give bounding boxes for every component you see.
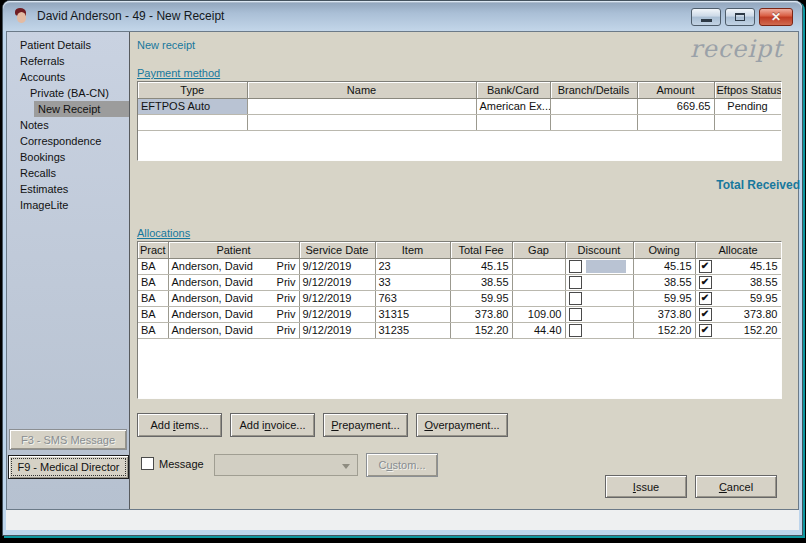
sidebar-item-estimates[interactable]: Estimates	[7, 181, 129, 197]
sidebar-item-patient-details[interactable]: Patient Details	[7, 37, 129, 53]
message-label: Message	[159, 458, 204, 470]
cell-branch-details[interactable]	[550, 98, 637, 114]
add-invoice-button[interactable]: Add invoice...	[230, 413, 315, 437]
allocate-checkbox[interactable]: ✔	[699, 324, 712, 337]
allocations-header-row: Pract Patient Service Date Item Total Fe…	[138, 242, 781, 258]
col-discount: Discount	[565, 242, 633, 258]
close-button[interactable]: ✕	[759, 8, 793, 26]
cell-allocate: ✔373.80	[695, 306, 781, 322]
cell-service-date: 9/12/2019	[299, 306, 375, 322]
discount-checkbox[interactable]	[569, 308, 582, 321]
cell-service-date: 9/12/2019	[299, 322, 375, 338]
cell-pract: BA	[138, 274, 168, 290]
col-eftpos-status: Eftpos Status	[714, 82, 781, 98]
cell-patient: Anderson, DavidPriv	[168, 290, 299, 306]
cell-total-fee: 45.15	[450, 258, 512, 274]
cell-eftpos-status[interactable]: Pending	[714, 98, 781, 114]
discount-amount-field[interactable]	[586, 260, 626, 273]
col-allocate: Allocate	[695, 242, 781, 258]
issue-button[interactable]: Issue	[605, 475, 687, 498]
sidebar-item-correspondence[interactable]: Correspondence	[7, 133, 129, 149]
col-name: Name	[247, 82, 476, 98]
custom-message-button: Custom...	[366, 453, 438, 477]
cell-gap: 44.40	[512, 322, 565, 338]
cell-discount	[565, 258, 633, 274]
cell-item: 31235	[375, 322, 450, 338]
col-pract: Pract	[138, 242, 168, 258]
cell-gap	[512, 258, 565, 274]
discount-checkbox[interactable]	[569, 324, 582, 337]
cell-bank-card[interactable]: American Ex...	[476, 98, 550, 114]
maximize-button[interactable]	[725, 8, 755, 26]
minimize-button[interactable]	[691, 8, 721, 26]
main-panel: New receipt receipt Payment method Type …	[131, 32, 798, 509]
allocation-row[interactable]: BA Anderson, DavidPriv 9/12/2019 31315 3…	[138, 306, 781, 322]
col-total-fee: Total Fee	[450, 242, 512, 258]
cell-discount	[565, 306, 633, 322]
payment-method-label: Payment method	[137, 67, 220, 79]
cell-type[interactable]: EFTPOS Auto	[138, 98, 247, 114]
cell-allocate: ✔152.20	[695, 322, 781, 338]
cell-item: 31315	[375, 306, 450, 322]
sidebar-item-recalls[interactable]: Recalls	[7, 165, 129, 181]
add-items-button[interactable]: Add items...	[137, 413, 222, 437]
allocate-checkbox[interactable]: ✔	[699, 276, 712, 289]
payment-empty-row[interactable]	[138, 114, 781, 130]
medical-director-button[interactable]: F9 - Medical Director	[8, 455, 129, 479]
allocate-checkbox[interactable]: ✔	[699, 292, 712, 305]
col-item: Item	[375, 242, 450, 258]
sidebar-item-notes[interactable]: Notes	[7, 117, 129, 133]
receipt-window: David Anderson - 49 - New Receipt ✕ Pati…	[2, 0, 803, 536]
sidebar-item-imagelite[interactable]: ImageLite	[7, 197, 129, 213]
allocations-label: Allocations	[137, 227, 190, 239]
cell-total-fee: 373.80	[450, 306, 512, 322]
allocate-checkbox[interactable]: ✔	[699, 308, 712, 321]
total-received-label: Total Received	[551, 178, 800, 192]
window-title: David Anderson - 49 - New Receipt	[37, 9, 224, 23]
maximize-icon	[735, 13, 745, 21]
sms-message-button: F3 - SMS Message	[9, 429, 127, 450]
cancel-button[interactable]: Cancel	[695, 475, 777, 498]
discount-checkbox[interactable]	[569, 292, 582, 305]
close-icon: ✕	[771, 11, 781, 23]
sidebar-item-bookings[interactable]: Bookings	[7, 149, 129, 165]
sidebar-item-private-ba-cn[interactable]: Private (BA-CN)	[7, 85, 129, 101]
prepayment-button[interactable]: Prepayment...	[323, 413, 408, 437]
cell-owing: 45.15	[633, 258, 695, 274]
cell-service-date: 9/12/2019	[299, 274, 375, 290]
sidebar-item-referrals[interactable]: Referrals	[7, 53, 129, 69]
cell-service-date: 9/12/2019	[299, 258, 375, 274]
cell-owing: 38.55	[633, 274, 695, 290]
cell-total-fee: 38.55	[450, 274, 512, 290]
overpayment-button[interactable]: Overpayment...	[416, 413, 508, 437]
cell-total-fee: 59.95	[450, 290, 512, 306]
payment-row[interactable]: EFTPOS Auto American Ex... 669.65 Pendin…	[138, 98, 781, 114]
col-bank-card: Bank/Card	[476, 82, 550, 98]
allocation-row[interactable]: BA Anderson, DavidPriv 9/12/2019 31235 1…	[138, 322, 781, 338]
allocate-checkbox[interactable]: ✔	[699, 260, 712, 273]
allocation-row[interactable]: BA Anderson, DavidPriv 9/12/2019 23 45.1…	[138, 258, 781, 274]
cell-service-date: 9/12/2019	[299, 290, 375, 306]
discount-checkbox[interactable]	[569, 276, 582, 289]
minimize-icon	[701, 19, 712, 22]
page-title: New receipt	[137, 39, 195, 51]
sidebar-item-new-receipt[interactable]: New Receipt	[34, 101, 129, 117]
col-service-date: Service Date	[299, 242, 375, 258]
col-type: Type	[138, 82, 247, 98]
cell-discount	[565, 322, 633, 338]
cell-item: 33	[375, 274, 450, 290]
col-owing: Owing	[633, 242, 695, 258]
discount-checkbox[interactable]	[569, 260, 582, 273]
cell-gap	[512, 290, 565, 306]
window-body: Patient Details Referrals Accounts Priva…	[6, 31, 799, 510]
col-gap: Gap	[512, 242, 565, 258]
message-checkbox[interactable]	[141, 457, 154, 470]
allocation-row[interactable]: BA Anderson, DavidPriv 9/12/2019 763 59.…	[138, 290, 781, 306]
title-bar[interactable]: David Anderson - 49 - New Receipt ✕	[3, 1, 802, 31]
allocation-row[interactable]: BA Anderson, DavidPriv 9/12/2019 33 38.5…	[138, 274, 781, 290]
sidebar-item-accounts[interactable]: Accounts	[7, 69, 129, 85]
cell-name[interactable]	[247, 98, 476, 114]
cell-owing: 152.20	[633, 322, 695, 338]
cell-pract: BA	[138, 306, 168, 322]
cell-amount[interactable]: 669.65	[637, 98, 714, 114]
